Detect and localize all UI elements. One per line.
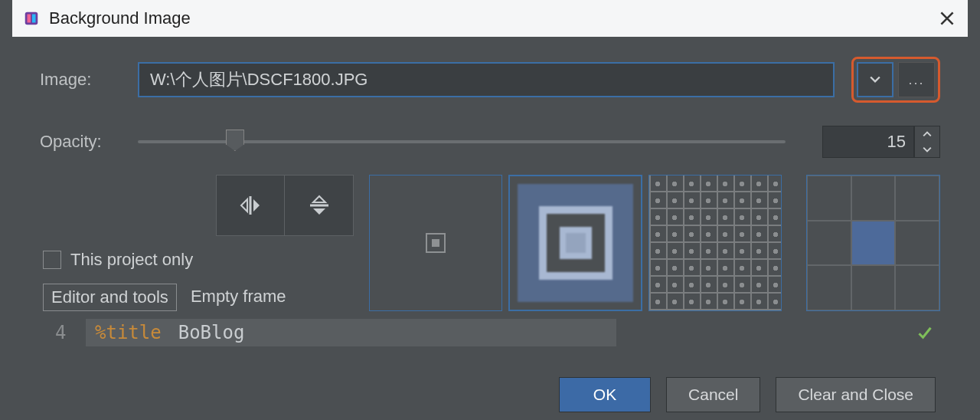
clear-and-close-button[interactable]: Clear and Close xyxy=(776,377,936,412)
dialog-title: Background Image xyxy=(49,8,191,28)
svg-rect-2 xyxy=(32,15,36,23)
svg-rect-3 xyxy=(250,196,252,215)
checkmark-icon xyxy=(917,325,933,340)
this-project-only-checkbox[interactable] xyxy=(43,251,61,269)
opacity-value-input[interactable] xyxy=(822,126,914,158)
scope-empty-frame[interactable]: Empty frame xyxy=(186,284,291,311)
fill-mode-tile[interactable] xyxy=(648,175,782,311)
opacity-label: Opacity: xyxy=(40,132,124,152)
titlebar: Background Image xyxy=(12,0,968,37)
code-value: BoBlog xyxy=(178,322,245,343)
background-image-dialog: Background Image Image: ... Opacity: xyxy=(12,0,968,412)
opacity-step-down[interactable] xyxy=(915,142,939,157)
anchor-position-grid[interactable] xyxy=(806,175,940,311)
flip-vertical-button[interactable] xyxy=(285,175,354,236)
ok-button[interactable]: OK xyxy=(559,377,651,412)
app-icon xyxy=(23,10,40,27)
opacity-stepper xyxy=(914,126,940,158)
opacity-step-up[interactable] xyxy=(915,126,939,142)
cancel-button[interactable]: Cancel xyxy=(666,377,760,412)
close-icon[interactable] xyxy=(937,8,957,28)
image-history-dropdown[interactable] xyxy=(857,62,893,97)
line-number: 4 xyxy=(55,322,78,343)
scope-editor-and-tools[interactable]: Editor and tools xyxy=(43,284,177,311)
flip-group xyxy=(216,175,355,236)
flip-horizontal-button[interactable] xyxy=(216,175,285,236)
svg-rect-0 xyxy=(25,12,38,25)
code-directive: %title xyxy=(95,322,162,343)
svg-rect-1 xyxy=(28,15,31,23)
image-label: Image: xyxy=(40,70,124,90)
browse-button[interactable]: ... xyxy=(898,62,935,97)
image-path-input[interactable] xyxy=(138,62,835,97)
opacity-slider[interactable] xyxy=(138,134,786,149)
svg-rect-4 xyxy=(310,205,328,207)
fill-mode-scale[interactable] xyxy=(508,175,642,311)
this-project-only-label: This project only xyxy=(70,250,193,270)
fill-mode-plain[interactable] xyxy=(369,175,503,311)
browse-highlight-group: ... xyxy=(851,57,940,103)
code-preview-row: 4 %title BoBlog xyxy=(40,319,940,346)
